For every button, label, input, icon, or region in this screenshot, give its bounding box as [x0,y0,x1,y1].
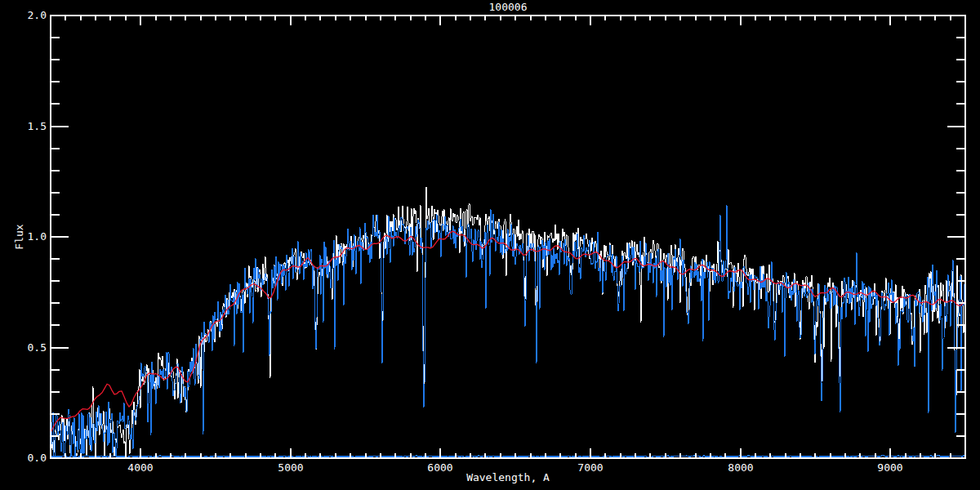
y-axis-label: Flux [13,224,25,249]
y-tick-label: 2.0 [28,9,47,21]
x-tick-label: 6000 [427,461,452,474]
spectrum-chart: 4000500060007000800090000.00.51.01.52.0 … [0,0,980,490]
x-tick-label: 4000 [127,461,153,474]
y-tick-label: 0.0 [28,452,47,464]
x-tick-label: 5000 [278,461,303,474]
x-tick-label: 8000 [728,461,753,474]
x-tick-label: 7000 [577,461,603,474]
y-tick-label: 1.0 [28,230,47,243]
spectrum-plot-window: 4000500060007000800090000.00.51.01.52.0 … [0,0,980,490]
chart-title: 100006 [489,1,528,13]
x-tick-label: 9000 [877,461,902,474]
y-tick-label: 1.5 [28,120,47,132]
y-tick-label: 0.5 [28,341,47,354]
x-axis-label: Wavelength, A [466,471,550,483]
